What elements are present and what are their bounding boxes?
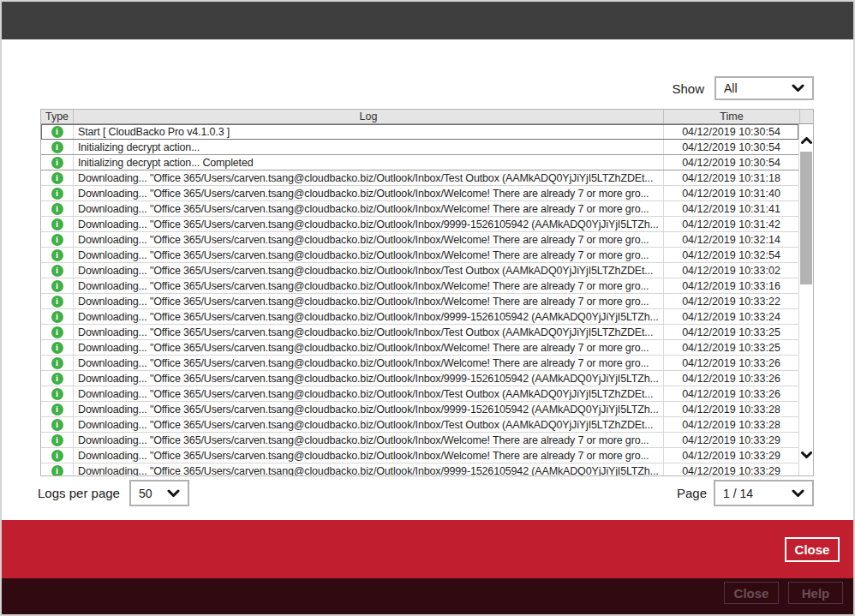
dialog-footer: Close bbox=[2, 520, 853, 578]
info-icon bbox=[51, 218, 63, 230]
log-table-header: Type Log Time bbox=[41, 110, 813, 124]
info-icon bbox=[51, 188, 63, 200]
table-scrollbar bbox=[798, 124, 813, 475]
log-type-cell bbox=[41, 155, 73, 170]
info-icon bbox=[51, 311, 63, 323]
log-type-cell bbox=[41, 232, 73, 247]
table-row[interactable]: Downloading... "Office 365/Users/carven.… bbox=[41, 217, 798, 232]
table-row[interactable]: Downloading... "Office 365/Users/carven.… bbox=[41, 417, 798, 433]
table-row[interactable]: Initializing decrypt action... 04/12/201… bbox=[41, 140, 798, 155]
log-time: 04/12/2019 10:31:40 bbox=[663, 186, 798, 200]
log-time: 04/12/2019 10:31:18 bbox=[663, 170, 798, 185]
log-message: Downloading... "Office 365/Users/carven.… bbox=[73, 417, 663, 432]
log-message: Initializing decrypt action... bbox=[73, 140, 663, 154]
page-label: Page bbox=[677, 486, 707, 500]
log-message: Downloading... "Office 365/Users/carven.… bbox=[73, 186, 663, 200]
log-table: Type Log Time Start [ CloudBacko Pro v4.… bbox=[40, 109, 814, 476]
table-row[interactable]: Downloading... "Office 365/Users/carven.… bbox=[41, 170, 798, 186]
log-time: 04/12/2019 10:32:54 bbox=[663, 248, 798, 262]
log-time: 04/12/2019 10:31:42 bbox=[663, 217, 798, 231]
background-close-button[interactable]: Close bbox=[724, 582, 779, 604]
top-bar bbox=[2, 2, 853, 39]
log-type-cell bbox=[41, 294, 73, 308]
background-footer-dimmed: Close Help bbox=[2, 578, 853, 614]
table-row[interactable]: Downloading... "Office 365/Users/carven.… bbox=[41, 186, 798, 201]
log-time: 04/12/2019 10:33:02 bbox=[663, 263, 798, 278]
log-time: 04/12/2019 10:33:25 bbox=[663, 325, 798, 339]
log-message: Downloading... "Office 365/Users/carven.… bbox=[73, 386, 663, 401]
table-row[interactable]: Downloading... "Office 365/Users/carven.… bbox=[41, 263, 798, 278]
log-message: Downloading... "Office 365/Users/carven.… bbox=[73, 356, 663, 370]
log-message: Downloading... "Office 365/Users/carven.… bbox=[73, 463, 663, 476]
background-help-button[interactable]: Help bbox=[788, 582, 843, 604]
logs-per-page-label: Logs per page bbox=[38, 486, 120, 500]
log-message: Start [ CloudBacko Pro v4.1.0.3 ] bbox=[73, 124, 663, 139]
table-row[interactable]: Downloading... "Office 365/Users/carven.… bbox=[41, 356, 798, 371]
log-type-cell bbox=[41, 463, 73, 476]
show-filter-value: All bbox=[724, 81, 738, 95]
logs-per-page-value: 50 bbox=[139, 487, 152, 500]
table-row[interactable]: Downloading... "Office 365/Users/carven.… bbox=[41, 248, 798, 263]
info-icon bbox=[51, 280, 63, 292]
info-icon bbox=[51, 357, 63, 369]
log-type-cell bbox=[41, 325, 73, 339]
table-row[interactable]: Initializing decrypt action... Completed… bbox=[41, 155, 798, 170]
column-header-type: Type bbox=[41, 110, 73, 123]
log-report-screen: Show All Type Log Time Start [ CloudBack… bbox=[0, 0, 855, 616]
log-message: Downloading... "Office 365/Users/carven.… bbox=[73, 294, 663, 308]
log-type-cell bbox=[41, 356, 73, 370]
scroll-up-icon[interactable] bbox=[799, 134, 813, 147]
page-dropdown[interactable]: 1 / 14 bbox=[714, 480, 814, 506]
log-time: 04/12/2019 10:33:25 bbox=[663, 340, 798, 355]
log-type-cell bbox=[41, 186, 73, 200]
log-message: Downloading... "Office 365/Users/carven.… bbox=[73, 448, 663, 463]
table-row[interactable]: Downloading... "Office 365/Users/carven.… bbox=[41, 294, 798, 309]
info-icon bbox=[51, 172, 63, 184]
info-icon bbox=[51, 265, 63, 277]
log-time: 04/12/2019 10:30:54 bbox=[663, 155, 798, 170]
table-row[interactable]: Downloading... "Office 365/Users/carven.… bbox=[41, 309, 798, 325]
log-type-cell bbox=[41, 170, 73, 185]
page-selector-group: Page 1 / 14 bbox=[677, 480, 814, 506]
table-row[interactable]: Downloading... "Office 365/Users/carven.… bbox=[41, 201, 798, 217]
table-row[interactable]: Downloading... "Office 365/Users/carven.… bbox=[41, 278, 798, 294]
table-row[interactable]: Downloading... "Office 365/Users/carven.… bbox=[41, 232, 798, 248]
log-time: 04/12/2019 10:33:29 bbox=[663, 448, 798, 463]
log-time: 04/12/2019 10:33:29 bbox=[663, 433, 798, 447]
info-icon bbox=[51, 126, 63, 138]
table-row[interactable]: Downloading... "Office 365/Users/carven.… bbox=[41, 448, 798, 463]
log-type-cell bbox=[41, 402, 73, 416]
close-button[interactable]: Close bbox=[785, 537, 840, 562]
table-row[interactable]: Downloading... "Office 365/Users/carven.… bbox=[41, 433, 798, 448]
table-row[interactable]: Downloading... "Office 365/Users/carven.… bbox=[41, 463, 798, 476]
log-time: 04/12/2019 10:33:24 bbox=[663, 309, 798, 324]
log-message: Downloading... "Office 365/Users/carven.… bbox=[73, 232, 663, 247]
table-row[interactable]: Downloading... "Office 365/Users/carven.… bbox=[41, 402, 798, 417]
log-type-cell bbox=[41, 448, 73, 463]
scrollbar-thumb[interactable] bbox=[800, 152, 812, 284]
logs-per-page-dropdown[interactable]: 50 bbox=[129, 480, 189, 506]
log-type-cell bbox=[41, 248, 73, 262]
log-time: 04/12/2019 10:33:22 bbox=[663, 294, 798, 308]
scroll-down-icon[interactable] bbox=[799, 448, 813, 462]
log-message: Downloading... "Office 365/Users/carven.… bbox=[73, 217, 663, 231]
log-time: 04/12/2019 10:33:29 bbox=[663, 463, 798, 476]
log-message: Downloading... "Office 365/Users/carven.… bbox=[73, 433, 663, 447]
log-message: Downloading... "Office 365/Users/carven.… bbox=[73, 263, 663, 278]
info-icon bbox=[51, 404, 63, 416]
show-filter-dropdown[interactable]: All bbox=[714, 76, 814, 100]
info-icon bbox=[51, 157, 63, 169]
table-row[interactable]: Downloading... "Office 365/Users/carven.… bbox=[41, 371, 798, 386]
table-row[interactable]: Downloading... "Office 365/Users/carven.… bbox=[41, 340, 798, 356]
info-icon bbox=[51, 373, 63, 385]
table-row[interactable]: Downloading... "Office 365/Users/carven.… bbox=[41, 325, 798, 340]
log-message: Downloading... "Office 365/Users/carven.… bbox=[73, 309, 663, 324]
log-message: Downloading... "Office 365/Users/carven.… bbox=[73, 325, 663, 339]
log-type-cell bbox=[41, 201, 73, 216]
table-row[interactable]: Start [ CloudBacko Pro v4.1.0.3 ] 04/12/… bbox=[41, 124, 798, 140]
log-time: 04/12/2019 10:31:41 bbox=[663, 201, 798, 216]
table-row[interactable]: Downloading... "Office 365/Users/carven.… bbox=[41, 386, 798, 402]
log-time: 04/12/2019 10:33:28 bbox=[663, 402, 798, 416]
chevron-down-icon bbox=[167, 489, 180, 498]
info-icon bbox=[51, 388, 63, 400]
